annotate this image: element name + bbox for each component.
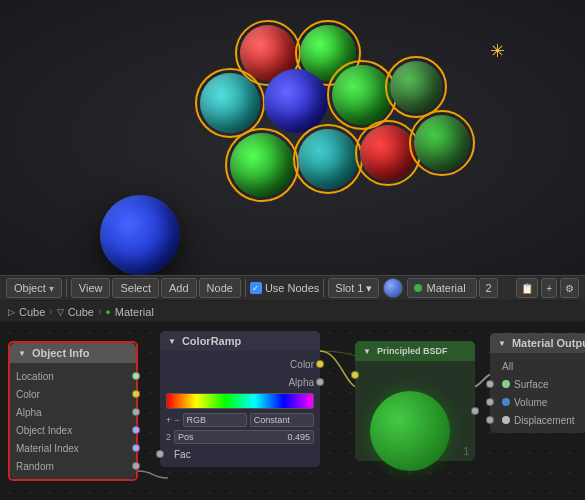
select-menu-btn[interactable]: Select [112, 278, 159, 298]
node-material-output-body: All Surface Volume Displacement [490, 353, 585, 433]
output-volume-row: Volume [490, 393, 585, 411]
sphere-cyan-2 [298, 129, 358, 189]
location-socket-out [132, 372, 140, 380]
node-editor[interactable]: ▼ Object Info Location Color Alpha Objec… [0, 323, 585, 500]
material-color-dot [414, 284, 422, 292]
add-menu-btn[interactable]: Add [161, 278, 197, 298]
alpha-socket-out [132, 408, 140, 416]
pos-value: 0.495 [287, 432, 310, 442]
colorramp-mode-select[interactable]: RGB [183, 413, 247, 427]
colorramp-controls: + − RGB Constant [160, 411, 320, 429]
colorramp-interp-select[interactable]: Constant [250, 413, 314, 427]
chevron-down-icon: ▾ [49, 283, 54, 294]
principled-inputs [351, 371, 359, 379]
volume-dot [502, 398, 510, 406]
breadcrumb-cube-2-label: Cube [68, 306, 94, 318]
node-row-random: Random [10, 457, 136, 475]
output-displacement-row: Displacement [490, 411, 585, 429]
mesh-icon: ▷ [8, 307, 15, 317]
node-principled-header: ▼ Principled BSDF [355, 341, 475, 361]
plus-icon[interactable]: + [166, 415, 171, 425]
sphere-green-3 [230, 133, 294, 197]
random-label: Random [16, 461, 130, 472]
output-surface-row: Surface [490, 375, 585, 393]
slot-label: Slot 1 [335, 282, 363, 294]
node-row-object-index: Object Index [10, 421, 136, 439]
surface-socket-in [486, 380, 494, 388]
new-material-btn[interactable]: + [541, 278, 557, 298]
principled-sphere-preview [370, 391, 450, 471]
sphere-red-2 [360, 125, 416, 181]
breadcrumb-cube-1[interactable]: Cube [19, 306, 45, 318]
alpha-label: Alpha [16, 407, 130, 418]
colorramp-fac-label: Fac [174, 449, 191, 460]
node-object-info-body: Location Color Alpha Object Index Materi… [10, 363, 136, 479]
settings-btn[interactable]: ⚙ [560, 278, 579, 298]
browse-material-btn[interactable]: 📋 [516, 278, 538, 298]
viewport-3d[interactable]: ✳ [0, 0, 585, 275]
colorramp-alpha-out-label: Alpha [166, 377, 314, 388]
object-index-socket-out [132, 426, 140, 434]
colorramp-color-socket-out [316, 360, 324, 368]
add-label: Add [169, 282, 189, 294]
sphere-grid [180, 25, 400, 225]
sphere-blue-1 [264, 69, 328, 133]
displacement-socket-in [486, 416, 494, 424]
view-label: View [79, 282, 103, 294]
material-number: 2 [479, 278, 497, 298]
color-socket-out [132, 390, 140, 398]
colorramp-num: 2 [166, 432, 171, 442]
node-collapse-arrow: ▼ [18, 349, 26, 358]
breadcrumb-material[interactable]: Material [115, 306, 154, 318]
colorramp-alpha-socket-out [316, 378, 324, 386]
node-row-location: Location [10, 367, 136, 385]
lamp-icon: ✳ [490, 40, 505, 62]
colorramp-fac-row: Fac [160, 445, 320, 463]
output-collapse-arrow: ▼ [498, 339, 506, 348]
displacement-dot [502, 416, 510, 424]
breadcrumb-cube-2[interactable]: Cube [68, 306, 94, 318]
node-object-info[interactable]: ▼ Object Info Location Color Alpha Objec… [8, 341, 138, 481]
node-material-output[interactable]: ▼ Material Output All Surface Volume Dis… [490, 333, 585, 433]
breadcrumb-cube-1-label: Cube [19, 306, 45, 318]
displacement-label: Displacement [514, 415, 575, 426]
colorramp-gradient-bar[interactable] [166, 393, 314, 409]
principled-number: 1 [463, 446, 469, 457]
node-principled-bsdf[interactable]: ▼ Principled BSDF 1 [355, 341, 475, 461]
sphere-green-4 [414, 115, 470, 171]
node-material-output-header: ▼ Material Output [490, 333, 585, 353]
object-menu-btn[interactable]: Object ▾ [6, 278, 62, 298]
node-principled-body: 1 [355, 361, 475, 461]
minus-icon[interactable]: − [174, 415, 179, 425]
slot-chevron-icon: ▾ [366, 282, 372, 295]
breadcrumb-material-label: Material [115, 306, 154, 318]
node-colorramp-title: ColorRamp [182, 335, 241, 347]
checkbox-checked: ✓ [250, 282, 262, 294]
use-nodes-label: Use Nodes [265, 282, 319, 294]
sphere-darkgreen-1 [390, 61, 442, 113]
colorramp-pos-field[interactable]: Pos 0.495 [174, 430, 314, 444]
divider-2 [245, 279, 246, 297]
surface-dot [502, 380, 510, 388]
select-label: Select [120, 282, 151, 294]
divider-3 [323, 279, 324, 297]
sphere-cyan-1 [200, 73, 260, 133]
material-field[interactable]: Material [407, 278, 477, 298]
material-index-socket-out [132, 444, 140, 452]
breadcrumb-bar: ▷ Cube › ▽ Cube › ● Material [0, 301, 585, 323]
volume-label: Volume [514, 397, 547, 408]
slot-dropdown[interactable]: Slot 1 ▾ [328, 278, 379, 298]
colorramp-alpha-out-row: Alpha [160, 373, 320, 391]
material-icon: ● [105, 307, 110, 317]
output-target-label: All [502, 361, 513, 372]
node-colorramp[interactable]: ▼ ColorRamp Color Alpha + − RGB [160, 331, 320, 467]
node-label: Node [207, 282, 233, 294]
colorramp-color-out-row: Color [160, 355, 320, 373]
colorramp-pos-row: 2 Pos 0.495 [160, 429, 320, 445]
node-object-info-header: ▼ Object Info [10, 343, 136, 363]
node-colorramp-header: ▼ ColorRamp [160, 331, 320, 351]
view-menu-btn[interactable]: View [71, 278, 111, 298]
node-menu-btn[interactable]: Node [199, 278, 241, 298]
use-nodes-toggle[interactable]: ✓ Use Nodes [250, 282, 319, 294]
object-index-label: Object Index [16, 425, 130, 436]
